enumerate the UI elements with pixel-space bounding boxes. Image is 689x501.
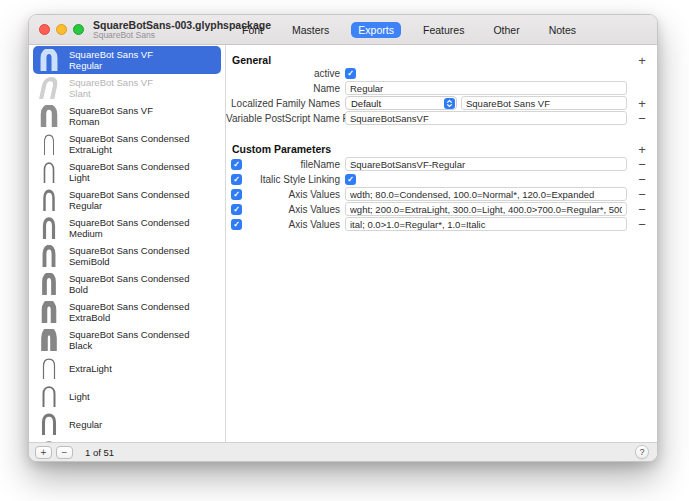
instance-family-name: SquareBot Sans Condensed xyxy=(69,245,189,256)
instance-family-name: ExtraLight xyxy=(69,363,112,374)
remove-instance-button[interactable]: − xyxy=(56,446,73,459)
instance-labels: SquareBot Sans CondensedBlack xyxy=(69,329,189,351)
sidebar-instance-item[interactable]: Light xyxy=(33,382,221,410)
axis-values-wdth-field[interactable] xyxy=(345,187,627,201)
axis-values-wght-label: Axis Values xyxy=(226,204,340,215)
sidebar-instance-item[interactable]: SquareBot Sans CondensedMedium xyxy=(33,214,221,242)
general-heading: General xyxy=(232,53,271,67)
instance-style-name: SemiBold xyxy=(69,256,189,267)
name-row: Name xyxy=(226,81,657,95)
localized-family-field[interactable] xyxy=(461,96,627,110)
add-instance-button[interactable]: + xyxy=(35,446,52,459)
sidebar-instance-item[interactable]: SquareBot Sans VFSlant xyxy=(33,74,221,102)
axis-wght-enabled-checkbox[interactable]: ✓ xyxy=(231,204,242,215)
sidebar-instance-item[interactable]: SquareBot Sans CondensedRegular xyxy=(33,186,221,214)
axis-values-wght-row: ✓ Axis Values − xyxy=(226,202,657,216)
instance-labels: SquareBot Sans CondensedBold xyxy=(69,273,189,295)
tab-font[interactable]: Font xyxy=(235,22,270,38)
instance-glyph-icon xyxy=(37,132,61,156)
italic-style-linking-row: ✓ Italic Style Linking ✓ − xyxy=(226,172,657,186)
filename-parameter-label: fileName xyxy=(226,159,340,170)
sidebar-instance-item[interactable]: SquareBot Sans CondensedBold xyxy=(33,270,221,298)
sidebar-instance-item[interactable]: SquareBot Sans CondensedExtraBold xyxy=(33,298,221,326)
axis-values-wght-field[interactable] xyxy=(345,202,627,216)
variable-prefix-field[interactable] xyxy=(345,111,627,125)
name-field[interactable] xyxy=(345,81,627,95)
sidebar-instance-item[interactable]: SquareBot Sans CondensedExtraLight xyxy=(33,130,221,158)
axis-values-ital-field[interactable] xyxy=(345,217,627,231)
instance-labels: SquareBot Sans CondensedMedium xyxy=(69,217,189,239)
instance-list: SquareBot Sans VFRegularSquareBot Sans V… xyxy=(29,45,226,442)
instance-family-name: SquareBot Sans VF xyxy=(69,105,153,116)
instance-family-name: SquareBot Sans VF xyxy=(69,49,153,60)
filename-enabled-checkbox[interactable]: ✓ xyxy=(231,159,242,170)
instance-labels: SquareBot Sans VFSlant xyxy=(69,77,153,99)
remove-axis-wdth-button[interactable]: − xyxy=(638,188,646,201)
italic-style-linking-checkbox[interactable]: ✓ xyxy=(345,174,356,185)
instance-labels: SquareBot Sans CondensedExtraLight xyxy=(69,133,189,155)
instance-glyph-icon xyxy=(37,104,61,128)
instance-glyph-icon xyxy=(37,188,61,212)
instance-glyph-icon xyxy=(37,272,61,296)
instance-family-name: SquareBot Sans Condensed xyxy=(69,133,189,144)
sidebar-instance-item[interactable]: SquareBot Sans CondensedSemiBold xyxy=(33,242,221,270)
minimize-window-button[interactable] xyxy=(56,24,67,35)
variable-prefix-label: Variable PostScript Name Prefix xyxy=(226,113,340,124)
titlebar: SquareBotSans-003.glyphspackage SquareBo… xyxy=(29,15,657,45)
instance-family-name: SquareBot Sans Condensed xyxy=(69,329,189,340)
tab-masters[interactable]: Masters xyxy=(285,22,336,38)
window-body: SquareBot Sans VFRegularSquareBot Sans V… xyxy=(29,45,657,442)
instance-labels: SquareBot Sans CondensedSemiBold xyxy=(69,245,189,267)
instance-labels: SquareBot Sans VFRoman xyxy=(69,105,153,127)
instance-glyph-icon xyxy=(37,160,61,184)
close-window-button[interactable] xyxy=(39,24,50,35)
instance-glyph-icon xyxy=(37,48,61,72)
remove-filename-parameter-button[interactable]: − xyxy=(638,158,646,171)
help-button[interactable]: ? xyxy=(635,445,649,459)
axis-values-wdth-label: Axis Values xyxy=(226,189,340,200)
remove-italic-linking-button[interactable]: − xyxy=(638,173,646,186)
tab-notes[interactable]: Notes xyxy=(542,22,583,38)
instance-glyph-icon xyxy=(37,384,61,408)
instance-family-name: SquareBot Sans Condensed xyxy=(69,161,189,172)
custom-parameters-heading: Custom Parameters xyxy=(232,142,331,156)
instance-labels: Light xyxy=(69,391,90,402)
instance-family-name: SquareBot Sans Condensed xyxy=(69,217,189,228)
tab-other[interactable]: Other xyxy=(486,22,526,38)
add-custom-parameter-button[interactable]: + xyxy=(638,143,646,156)
sidebar-instance-item[interactable]: SquareBot Sans CondensedLight xyxy=(33,158,221,186)
remove-axis-wght-button[interactable]: − xyxy=(638,203,646,216)
zoom-window-button[interactable] xyxy=(73,24,84,35)
active-label: active xyxy=(226,68,340,79)
axis-wdth-enabled-checkbox[interactable]: ✓ xyxy=(231,189,242,200)
localized-family-row: Localized Family Names Default + xyxy=(226,96,657,110)
instance-glyph-icon xyxy=(37,244,61,268)
axis-ital-enabled-checkbox[interactable]: ✓ xyxy=(231,219,242,230)
dropdown-stepper-icon xyxy=(444,98,455,109)
instance-family-name: SquareBot Sans Condensed xyxy=(69,189,189,200)
sidebar-instance-item[interactable]: SquareBot Sans VFRoman xyxy=(33,102,221,130)
instance-labels: Regular xyxy=(69,419,102,430)
language-dropdown[interactable]: Default xyxy=(345,96,457,110)
instance-glyph-icon xyxy=(37,328,61,352)
variable-prefix-row: Variable PostScript Name Prefix − xyxy=(226,111,657,125)
instance-style-name: Medium xyxy=(69,228,189,239)
exports-form: General + active ✓ Name Localized Family… xyxy=(226,45,657,442)
axis-values-ital-row: ✓ Axis Values − xyxy=(226,217,657,231)
sidebar-instance-item[interactable]: SquareBot Sans VFRegular xyxy=(33,46,221,74)
sidebar-instance-item[interactable]: Regular xyxy=(33,410,221,438)
tab-exports[interactable]: Exports xyxy=(351,22,401,38)
tab-features[interactable]: Features xyxy=(416,22,471,38)
sidebar-instance-item[interactable]: SquareBot Sans CondensedBlack xyxy=(33,326,221,354)
active-checkbox[interactable]: ✓ xyxy=(345,68,356,79)
add-general-property-button[interactable]: + xyxy=(638,54,646,67)
italic-linking-enabled-checkbox[interactable]: ✓ xyxy=(231,174,242,185)
remove-variable-prefix-button[interactable]: − xyxy=(638,112,646,125)
remove-axis-ital-button[interactable]: − xyxy=(638,218,646,231)
add-localized-name-button[interactable]: + xyxy=(638,97,646,110)
sidebar-instance-item[interactable]: ExtraLight xyxy=(33,354,221,382)
instance-family-name: SquareBot Sans VF xyxy=(69,77,153,88)
instance-glyph-icon xyxy=(37,356,61,380)
filename-parameter-field[interactable] xyxy=(345,157,627,171)
instance-family-name: Light xyxy=(69,391,90,402)
